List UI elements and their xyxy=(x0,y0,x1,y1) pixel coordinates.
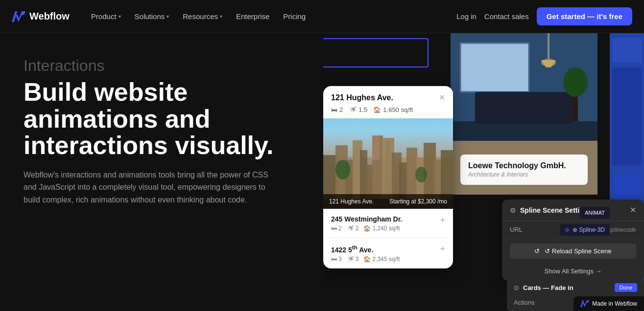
list-item-1-meta: 🛏 2 🚿 2 🏠 1,240 sq/ft xyxy=(331,225,402,232)
hero-section: Interactions Build website animations an… xyxy=(0,33,323,311)
svg-rect-31 xyxy=(612,38,642,63)
nav-links: Product ▾ Solutions ▾ Resources ▾ Enterp… xyxy=(85,9,456,23)
made-in-webflow-badge[interactable]: Made in Webflow xyxy=(573,296,644,311)
webflow-badge-icon xyxy=(580,300,589,307)
logo[interactable]: Webflow xyxy=(12,11,70,22)
fade-card-header: ⊙ Cards — Fade in Done xyxy=(507,278,644,297)
nav-right: Log in Contact sales Get started — it's … xyxy=(456,7,632,25)
list-item-1-baths: 🚿 2 xyxy=(347,225,359,232)
spline-3d-badge: ⊕ ⊕ Spline-3D xyxy=(560,224,610,236)
list-item-1-beds: 🛏 2 xyxy=(331,225,342,232)
list-item-2-meta: 🛏 3 🚿 3 🏠 2,345 sq/ft xyxy=(331,256,400,263)
side-image: Loewe Technology GmbH. Architecture & In… xyxy=(451,33,597,195)
reload-button[interactable]: ↺ ↺ Reload Spline Scene xyxy=(510,244,636,259)
settings-header-left: ⚙ Spline Scene Settings xyxy=(510,206,592,214)
brand-card-subtitle: Architecture & Interiors xyxy=(468,171,580,178)
card-meta: 🛏 2 🚿 1.5 🏠 1,650 sq/ft xyxy=(323,106,453,118)
hero-label: Interactions xyxy=(24,57,300,75)
list-item-1: 245 Westmingham Dr. 🛏 2 🚿 2 🏠 1,240 sq/f… xyxy=(323,209,453,238)
main-content: Interactions Build website animations an… xyxy=(0,33,644,311)
list-item-2-area: 🏠 2,345 sq/ft xyxy=(363,256,400,263)
svg-point-17 xyxy=(415,167,427,182)
reload-icon: ↺ xyxy=(534,247,540,255)
made-badge-text: Made in Webflow xyxy=(592,300,637,307)
done-badge: Done xyxy=(615,283,637,292)
property-card: 121 Hughes Ave. ✕ 🛏 2 🚿 1.5 🏠 1,650 sq/f… xyxy=(323,86,453,268)
svg-point-16 xyxy=(335,160,350,179)
cta-button[interactable]: Get started — it's free xyxy=(537,7,632,25)
contact-sales-link[interactable]: Contact sales xyxy=(484,12,529,21)
expand-icon-2[interactable]: + xyxy=(440,244,445,254)
selection-rect xyxy=(323,38,429,67)
nav-item-solutions[interactable]: Solutions ▾ xyxy=(129,9,175,23)
svg-rect-20 xyxy=(460,43,529,92)
login-link[interactable]: Log in xyxy=(456,12,477,21)
bath-icon: 🚿 xyxy=(349,106,357,113)
brand-card: Loewe Technology GmbH. Architecture & In… xyxy=(460,155,588,185)
settings-panel: ⚙ Spline Scene Settings ✕ URL https://ho… xyxy=(502,200,644,281)
nav-item-pricing[interactable]: Pricing xyxy=(277,9,311,23)
card-image: 121 Hughes Ave. Starting at $2,300 /mo xyxy=(323,118,453,209)
card-overlay: 121 Hughes Ave. Starting at $2,300 /mo xyxy=(323,194,453,209)
card-header: 121 Hughes Ave. ✕ xyxy=(323,86,453,106)
hero-title: Build website animations and interaction… xyxy=(24,79,300,159)
overlay-address: 121 Hughes Ave. xyxy=(329,198,374,205)
nav-item-enterprise[interactable]: Enterprise xyxy=(230,9,275,23)
home-icon: 🏠 xyxy=(373,106,381,113)
logo-text: Webflow xyxy=(29,11,70,22)
nav-item-product[interactable]: Product ▾ xyxy=(85,9,127,23)
list-item-2-info: 1422 5th Ave. 🛏 3 🚿 3 🏠 2,345 sq/ft xyxy=(331,244,400,263)
chevron-down-icon: ▾ xyxy=(167,14,169,19)
fade-card-title: Cards — Fade in xyxy=(523,284,573,291)
expand-icon-1[interactable]: + xyxy=(440,215,445,225)
gear-icon: ⚙ xyxy=(510,206,516,214)
fade-card-title-row: ⊙ Cards — Fade in xyxy=(514,284,573,291)
animate-badge: ANIMAT xyxy=(580,207,610,219)
card-title: 121 Hughes Ave. xyxy=(331,93,393,102)
navbar: Webflow Product ▾ Solutions ▾ Resources … xyxy=(0,0,644,33)
right-panel: 121 Hughes Ave. ✕ 🛏 2 🚿 1.5 🏠 1,650 sq/f… xyxy=(323,33,644,311)
svg-rect-32 xyxy=(612,67,642,165)
list-item-1-info: 245 Westmingham Dr. 🛏 2 🚿 2 🏠 1,240 sq/f… xyxy=(331,215,402,232)
webflow-logo-icon xyxy=(12,11,25,22)
svg-rect-28 xyxy=(548,33,549,60)
hero-description: Webflow's interactions and animations to… xyxy=(24,169,278,206)
svg-point-25 xyxy=(563,67,588,97)
overlay-price: Starting at $2,300 /mo xyxy=(389,198,447,205)
bath-meta: 🚿 1.5 xyxy=(349,106,367,113)
spline-dot-icon: ⊕ xyxy=(565,226,570,233)
list-item-2: 1422 5th Ave. 🛏 3 🚿 3 🏠 2,345 sq/ft + xyxy=(323,238,453,268)
svg-rect-23 xyxy=(475,92,573,124)
svg-rect-22 xyxy=(451,121,597,141)
settings-close-icon[interactable]: ✕ xyxy=(630,205,636,215)
list-item-1-area: 🏠 1,240 sq/ft xyxy=(363,225,400,232)
clock-icon: ⊙ xyxy=(514,284,519,291)
brand-card-title: Loewe Technology GmbH. xyxy=(468,161,580,170)
list-item-2-title: 1422 5th Ave. xyxy=(331,244,400,254)
bed-meta: 🛏 2 xyxy=(331,106,343,113)
close-icon[interactable]: ✕ xyxy=(439,93,445,102)
area-meta: 🏠 1,650 sq/ft xyxy=(373,106,413,113)
svg-rect-15 xyxy=(372,135,380,160)
list-item-2-beds: 🛏 3 xyxy=(331,256,342,263)
chevron-down-icon: ▾ xyxy=(119,14,121,19)
list-item-2-baths: 🚿 3 xyxy=(347,256,359,263)
bed-icon: 🛏 xyxy=(331,106,337,113)
list-item-1-title: 245 Westmingham Dr. xyxy=(331,215,402,223)
settings-header: ⚙ Spline Scene Settings ✕ xyxy=(502,200,644,221)
chevron-down-icon: ▾ xyxy=(220,14,222,19)
nav-item-resources[interactable]: Resources ▾ xyxy=(177,9,228,23)
url-label: URL xyxy=(510,226,523,233)
